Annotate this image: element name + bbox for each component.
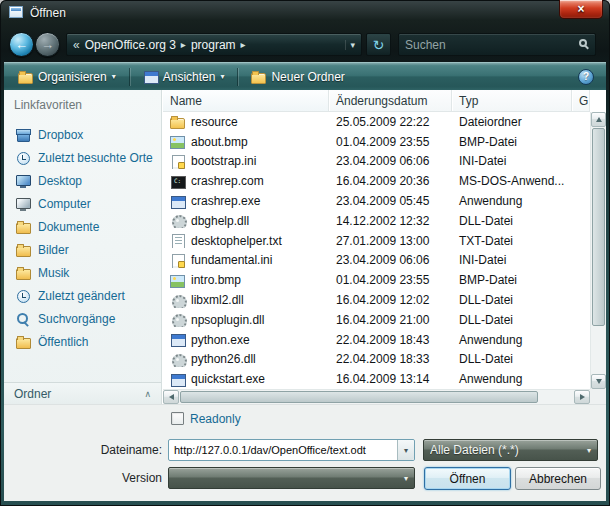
- table-row[interactable]: python26.dll 22.04.2009 18:33 DLL-Datei: [163, 350, 590, 370]
- file-date: 22.04.2009 18:33: [329, 352, 452, 366]
- sidebar-item-desktop[interactable]: Desktop: [4, 169, 161, 192]
- vertical-scrollbar-thumb[interactable]: [592, 128, 605, 326]
- dll-file-icon: [170, 312, 185, 327]
- open-button-label: Öffnen: [450, 472, 486, 486]
- table-row[interactable]: npsoplugin.dll 16.04.2009 21:00 DLL-Date…: [163, 310, 590, 330]
- computer-icon: [15, 196, 31, 212]
- filename-label: Dateiname:: [24, 443, 162, 457]
- sidebar-item-music[interactable]: Musik: [4, 261, 161, 284]
- sidebar-item-label: Desktop: [38, 174, 82, 188]
- table-row[interactable]: crashrep.com 16.04.2009 20:36 MS-DOS-Anw…: [163, 171, 590, 191]
- help-icon: ?: [583, 71, 589, 82]
- triangle-left-icon: [169, 394, 174, 400]
- sidebar-item-computer[interactable]: Computer: [4, 192, 161, 215]
- horizontal-scrollbar[interactable]: [163, 389, 590, 404]
- breadcrumb-overflow-chevron[interactable]: «: [73, 38, 80, 52]
- filename-dropdown-button[interactable]: ▾: [397, 440, 414, 460]
- titlebar: Öffnen ×: [0, 0, 610, 27]
- table-row[interactable]: resource 25.05.2009 22:22 Dateiordner: [163, 112, 590, 132]
- refresh-button[interactable]: ↻: [366, 33, 391, 56]
- scroll-up-button[interactable]: [591, 112, 606, 127]
- sidebar-item-searches[interactable]: Suchvorgänge: [4, 307, 161, 330]
- file-date: 22.04.2009 18:43: [329, 333, 452, 347]
- table-row[interactable]: bootstrap.ini 23.04.2009 06:06 INI-Datei: [163, 152, 590, 172]
- readonly-checkbox[interactable]: [171, 412, 184, 425]
- sidebar-item-recent-places[interactable]: Zuletzt besuchte Orte: [4, 146, 161, 169]
- version-dropdown[interactable]: ▾: [168, 467, 415, 489]
- open-button[interactable]: Öffnen: [424, 467, 511, 490]
- table-row[interactable]: crashrep.exe 23.04.2009 05:45 Anwendung: [163, 191, 590, 211]
- msdos-app-icon: [170, 174, 185, 189]
- file-date: 16.04.2009 21:00: [329, 313, 452, 327]
- sidebar-item-pictures[interactable]: Bilder: [4, 238, 161, 261]
- breadcrumb-separator-icon[interactable]: ▸: [241, 39, 246, 50]
- scroll-right-button[interactable]: [574, 390, 590, 404]
- table-row[interactable]: libxml2.dll 16.04.2009 12:02 DLL-Datei: [163, 290, 590, 310]
- column-header-date[interactable]: Änderungsdatum: [329, 90, 452, 111]
- file-type: TXT-Datei: [452, 234, 572, 248]
- chevron-up-icon: ∧: [144, 389, 151, 399]
- scroll-left-button[interactable]: [163, 390, 179, 404]
- dll-file-icon: [170, 293, 185, 308]
- ini-file-icon: [170, 154, 185, 169]
- refresh-icon: ↻: [373, 38, 385, 52]
- table-row[interactable]: dbghelp.dll 14.12.2002 12:32 DLL-Datei: [163, 211, 590, 231]
- folders-expander[interactable]: Ordner ∧: [4, 382, 161, 404]
- table-row[interactable]: about.bmp 01.04.2009 23:55 BMP-Datei: [163, 132, 590, 152]
- file-type: Anwendung: [452, 372, 572, 386]
- command-toolbar: Organisieren ▾ Ansichten ▾ Neuer Ordner …: [4, 62, 606, 90]
- file-name: desktophelper.txt: [191, 234, 282, 248]
- back-button[interactable]: ←: [9, 32, 34, 57]
- column-header-size[interactable]: G: [572, 90, 590, 111]
- breadcrumb-history-caret-icon[interactable]: ▾: [345, 40, 355, 50]
- breadcrumb: « OpenOffice.org 3 ▸ program ▸ ▾: [66, 33, 362, 56]
- file-name: intro.bmp: [191, 273, 241, 287]
- sidebar: Linkfavoriten Dropbox Zuletzt besuchte O…: [4, 90, 162, 404]
- forward-arrow-icon: →: [41, 37, 54, 52]
- organize-icon: [18, 69, 33, 84]
- caret-down-icon: ▾: [404, 446, 408, 455]
- file-date: 16.04.2009 12:02: [329, 293, 452, 307]
- file-name: python26.dll: [191, 352, 256, 366]
- column-header-type[interactable]: Typ: [452, 90, 572, 111]
- table-row[interactable]: desktophelper.txt 27.01.2009 13:00 TXT-D…: [163, 231, 590, 251]
- cancel-button[interactable]: Abbrechen: [515, 467, 601, 490]
- table-row[interactable]: fundamental.ini 23.04.2009 06:06 INI-Dat…: [163, 251, 590, 271]
- scroll-down-button[interactable]: [591, 374, 606, 389]
- breadcrumb-segment-program[interactable]: program: [189, 38, 238, 52]
- search-input[interactable]: [401, 36, 569, 53]
- sidebar-item-dropbox[interactable]: Dropbox: [4, 123, 161, 146]
- breadcrumb-separator-icon[interactable]: ▸: [181, 39, 186, 50]
- column-header-name[interactable]: Name: [163, 90, 329, 111]
- favorites-list: Dropbox Zuletzt besuchte Orte Desktop Co…: [4, 123, 161, 353]
- navigation-bar: ← → « OpenOffice.org 3 ▸ program ▸ ▾ ↻: [0, 27, 610, 62]
- sidebar-item-documents[interactable]: Dokumente: [4, 215, 161, 238]
- views-label: Ansichten: [163, 70, 216, 84]
- help-button[interactable]: ?: [578, 69, 594, 85]
- new-folder-button[interactable]: Neuer Ordner: [243, 65, 352, 88]
- views-button[interactable]: Ansichten ▾: [135, 65, 233, 88]
- forward-button[interactable]: →: [35, 32, 60, 57]
- sidebar-item-label: Computer: [38, 197, 91, 211]
- folder-icon: [170, 114, 185, 129]
- sidebar-item-recently-changed[interactable]: Zuletzt geändert: [4, 284, 161, 307]
- organize-button[interactable]: Organisieren ▾: [10, 65, 124, 88]
- sidebar-item-public[interactable]: Öffentlich: [4, 330, 161, 353]
- vertical-scrollbar[interactable]: [590, 112, 606, 389]
- close-button[interactable]: ×: [559, 0, 603, 19]
- breadcrumb-segment-openoffice[interactable]: OpenOffice.org 3: [83, 38, 178, 52]
- filetype-dropdown[interactable]: Alle Dateien (*.*) ▾: [423, 439, 598, 461]
- readonly-label[interactable]: Readonly: [190, 412, 241, 426]
- dll-file-icon: [170, 213, 185, 228]
- version-label: Version: [24, 471, 162, 485]
- horizontal-scrollbar-thumb[interactable]: [180, 391, 538, 403]
- file-date: 16.04.2009 20:36: [329, 174, 452, 188]
- file-date: 16.04.2009 13:14: [329, 372, 452, 386]
- table-row[interactable]: python.exe 22.04.2009 18:43 Anwendung: [163, 330, 590, 350]
- file-type: MS-DOS-Anwend...: [452, 174, 572, 188]
- table-row[interactable]: quickstart.exe 16.04.2009 13:14 Anwendun…: [163, 369, 590, 389]
- table-row[interactable]: intro.bmp 01.04.2009 23:55 BMP-Datei: [163, 270, 590, 290]
- dropbox-icon: [15, 127, 31, 143]
- filename-input[interactable]: [170, 441, 396, 459]
- sidebar-item-label: Zuletzt besuchte Orte: [38, 151, 153, 165]
